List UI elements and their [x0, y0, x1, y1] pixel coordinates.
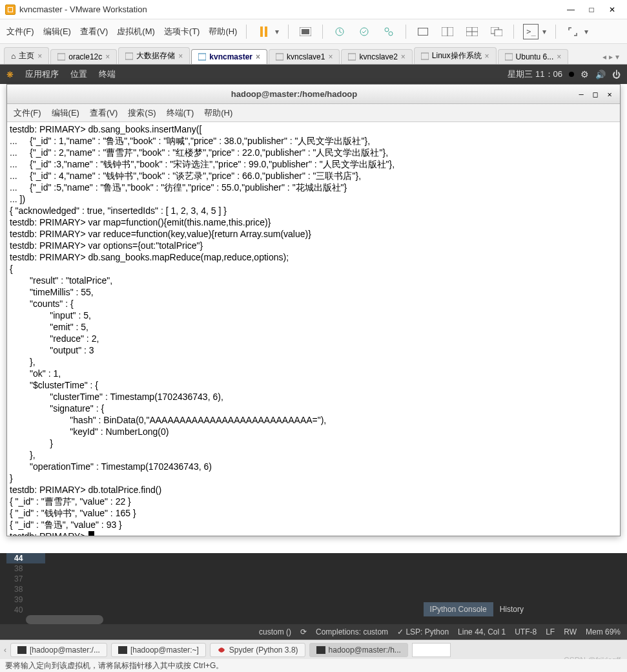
taskbar-item-spyder[interactable]: Spyder (Python 3.8): [210, 643, 305, 657]
datetime-label: 星期三 11：06: [508, 68, 562, 80]
tab-label: kvncmaster: [209, 52, 252, 61]
term-menu-search[interactable]: 搜索(S): [128, 107, 156, 119]
power-icon[interactable]: ⏻: [612, 70, 621, 79]
terminal-menu[interactable]: 终端: [99, 68, 116, 80]
tab-close-icon[interactable]: ×: [178, 52, 183, 61]
tab-bigdata[interactable]: 大数据存储 ×: [118, 47, 190, 64]
snapshot-revert-icon[interactable]: [356, 24, 372, 39]
tab-nav-menu-icon[interactable]: ▾: [615, 52, 619, 61]
vmware-menubar: 文件(F) 编辑(E) 查看(V) 虚拟机(M) 选项卡(T) 帮助(H) ▾ …: [0, 19, 627, 44]
terminal-icon: [17, 646, 26, 655]
vm-icon: [505, 53, 513, 61]
terminal-maximize-button[interactable]: □: [590, 89, 601, 100]
term-menu-help[interactable]: 帮助(H): [204, 107, 232, 119]
svg-point-5: [389, 32, 393, 36]
snapshot-icon[interactable]: [332, 24, 347, 39]
console-icon[interactable]: >_: [523, 24, 539, 39]
tab-close-icon[interactable]: ×: [328, 52, 333, 61]
svg-rect-14: [125, 53, 133, 59]
terminal-content[interactable]: testdb: PRIMARY> db.sang_books.insertMan…: [7, 122, 620, 536]
taskbar-label: [hadoop@master:/...: [30, 646, 100, 655]
minimize-button[interactable]: —: [561, 3, 581, 16]
home-icon: ⌂: [11, 52, 15, 61]
terminal-close-button[interactable]: ✕: [604, 89, 615, 100]
apps-menu[interactable]: 应用程序: [25, 68, 59, 80]
taskbar-empty-slot[interactable]: [412, 643, 451, 657]
tab-ubuntu[interactable]: Ubuntu 6... ×: [498, 49, 569, 64]
taskbar-label: [hadoop@master:~]: [130, 646, 199, 655]
view-grid-icon[interactable]: [464, 24, 480, 39]
vmware-hint-bar: 要将输入定向到该虚拟机，请将鼠标指针移入其中或按 Ctrl+G。: [0, 659, 627, 672]
status-mode[interactable]: RW: [564, 627, 577, 636]
view-single-icon[interactable]: [415, 24, 431, 39]
status-custom[interactable]: custom (): [259, 627, 291, 636]
snapshot-manager-icon[interactable]: [381, 24, 396, 39]
close-button[interactable]: ✕: [602, 3, 622, 16]
collapse-handle-icon[interactable]: ‹: [4, 646, 6, 655]
tab-oracle12c[interactable]: oracle12c ×: [50, 49, 117, 64]
menu-vm[interactable]: 虚拟机(M): [117, 26, 155, 37]
fullscreen-icon[interactable]: [565, 24, 581, 39]
tab-close-icon[interactable]: ×: [105, 52, 110, 61]
sync-icon[interactable]: ⟳: [300, 627, 307, 636]
term-menu-edit[interactable]: 编辑(E): [52, 107, 79, 119]
menu-file[interactable]: 文件(F): [6, 26, 34, 37]
tab-linux-os[interactable]: Linux操作系统 ×: [414, 47, 497, 64]
send-ctrl-alt-del-icon[interactable]: [298, 24, 313, 39]
taskbar-item[interactable]: [hadoop@master:~]: [111, 643, 206, 657]
tab-kvncslave2[interactable]: kvncslave2 ×: [341, 49, 412, 64]
apps-icon[interactable]: ❋: [6, 70, 14, 79]
line-number: 40: [6, 605, 45, 615]
line-number: 38: [6, 584, 45, 594]
svg-rect-21: [118, 646, 127, 654]
vm-icon: [198, 53, 206, 61]
term-menu-view[interactable]: 查看(V): [90, 107, 118, 119]
guest-top-bar: ❋ 应用程序 位置 终端 星期三 11：06 ⚙ 🔊 ⏻: [0, 65, 627, 84]
tab-close-icon[interactable]: ×: [37, 52, 42, 61]
menu-tabs[interactable]: 选项卡(T): [164, 26, 200, 37]
tab-label: 大数据存储: [136, 50, 175, 61]
terminal-titlebar[interactable]: hadoop@master:/home/hadoop — □ ✕: [7, 85, 620, 104]
tab-close-icon[interactable]: ×: [256, 52, 260, 61]
status-memory[interactable]: Mem 69%: [586, 627, 621, 636]
net-icon[interactable]: ⚙: [581, 69, 589, 79]
status-lsp[interactable]: ✓ LSP: Python: [397, 627, 449, 636]
status-encoding[interactable]: UTF-8: [515, 627, 537, 636]
terminal-minimize-button[interactable]: —: [576, 89, 586, 100]
svg-rect-20: [17, 646, 26, 654]
tab-nav-right-icon[interactable]: ▸: [609, 52, 613, 61]
tab-close-icon[interactable]: ×: [485, 52, 489, 61]
volume-icon[interactable]: 🔊: [595, 70, 606, 79]
tab-nav-left-icon[interactable]: ◂: [602, 52, 606, 61]
menu-edit[interactable]: 编辑(E): [43, 26, 71, 37]
line-number: 37: [6, 574, 45, 584]
terminal-window: hadoop@master:/home/hadoop — □ ✕ 文件(F) 编…: [6, 84, 621, 536]
status-eol[interactable]: LF: [546, 627, 555, 636]
tab-kvncslave1[interactable]: kvncslave1 ×: [269, 49, 340, 64]
tab-history[interactable]: History: [493, 602, 530, 616]
maximize-button[interactable]: □: [582, 3, 601, 16]
taskbar-item-active[interactable]: hadoop@master:/h...: [309, 643, 408, 657]
pause-button[interactable]: [256, 24, 271, 39]
menu-help[interactable]: 帮助(H): [209, 26, 237, 37]
svg-rect-16: [276, 54, 283, 60]
view-split-icon[interactable]: [440, 24, 455, 39]
view-unity-icon[interactable]: [489, 24, 504, 39]
spyder-statusbar: custom () ⟳ Completions: custom ✓ LSP: P…: [0, 624, 627, 640]
status-position[interactable]: Line 44, Col 1: [458, 627, 506, 636]
horizontal-scrollbar-thumb[interactable]: [26, 615, 103, 624]
line-number: 38: [6, 563, 45, 574]
tab-close-icon[interactable]: ×: [557, 52, 561, 61]
tab-home[interactable]: ⌂ 主页 ×: [4, 47, 49, 64]
term-menu-file[interactable]: 文件(F): [14, 107, 41, 119]
tab-label: kvncslave2: [359, 52, 397, 61]
tab-ipython-console[interactable]: IPython Console: [424, 602, 493, 616]
terminal-title: hadoop@master:/home/hadoop: [12, 89, 576, 99]
places-menu[interactable]: 位置: [70, 68, 87, 80]
menu-view[interactable]: 查看(V): [80, 26, 108, 37]
status-completions[interactable]: Completions: custom: [316, 627, 388, 636]
term-menu-terminal[interactable]: 终端(T): [167, 107, 194, 119]
tab-close-icon[interactable]: ×: [401, 52, 406, 61]
taskbar-item[interactable]: [hadoop@master:/...: [10, 643, 107, 657]
tab-kvncmaster[interactable]: kvncmaster ×: [191, 49, 267, 64]
